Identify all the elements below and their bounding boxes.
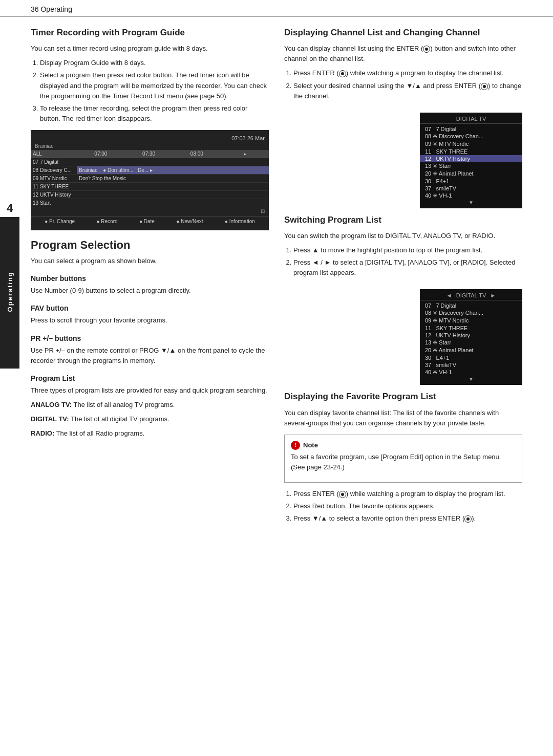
timer-recording-intro: You can set a timer record using program… bbox=[31, 44, 269, 54]
channel-list-title: Displaying Channel List and Changing Cha… bbox=[284, 27, 522, 38]
timer-recording-section: Timer Recording with Program Guide You c… bbox=[31, 27, 269, 124]
chan-row: 11 SKY THREE bbox=[420, 325, 522, 332]
list-item: Press ENTER () while watching a program … bbox=[293, 489, 522, 499]
switching-intro: You can switch the program list to DIGIT… bbox=[284, 231, 522, 241]
pg-row-highlight: 08 Discovery C... Brainiac ● Don ultim..… bbox=[31, 166, 269, 175]
list-item: To release the timer recording, select t… bbox=[40, 103, 269, 124]
list-item: Select a program then press red color bu… bbox=[40, 70, 269, 101]
digital-tv-item: DIGITAL TV: The list of all digital TV p… bbox=[31, 414, 269, 424]
pg-time-4: ▸ bbox=[221, 150, 269, 158]
chan-row: 40 ※ VH-1 bbox=[420, 369, 522, 376]
channel-mockup-2-wrap: ◄ DIGITAL TV ► 07 7 Digital 08 ※ Discove… bbox=[284, 283, 522, 391]
note-box: ! Note To set a favorite program, use [P… bbox=[284, 435, 522, 483]
chan-row: 11 SKY THREE bbox=[420, 148, 522, 155]
right-column: Displaying Channel List and Changing Cha… bbox=[284, 27, 522, 529]
main-content: Timer Recording with Program Guide You c… bbox=[0, 17, 553, 539]
pr-buttons-title: PR +/– buttons bbox=[31, 334, 269, 342]
chan-row: 40 ※ VH-1 bbox=[420, 192, 522, 200]
fav-button-text: Press to scroll through your favorite pr… bbox=[31, 315, 269, 326]
pg-row: 11 SKY THREE bbox=[31, 183, 269, 191]
channel-list-mockup-1: DIGITAL TV 07 7 Digital 08 ※ Discovery C… bbox=[420, 113, 522, 208]
pg-date: 07:03 26 Mar bbox=[31, 134, 269, 142]
chan-row: 20 ※ Animal Planet bbox=[420, 347, 522, 354]
chan-row: 12 UKTV History bbox=[420, 332, 522, 339]
chan-row: 07 7 Digital bbox=[420, 125, 522, 133]
timer-recording-steps: Display Program Guide with 8 days. Selec… bbox=[40, 58, 269, 124]
favorite-section: Displaying the Favorite Program List You… bbox=[284, 391, 522, 524]
radio-item: RADIO: The list of all Radio programs. bbox=[31, 428, 269, 439]
pg-row: 12 UKTV History bbox=[31, 191, 269, 199]
pg-time-3: 08:00 bbox=[173, 150, 221, 158]
chan-row: 09 ※ MTV Nordic bbox=[420, 317, 522, 325]
analog-tv-item: ANALOG TV: The list of all analog TV pro… bbox=[31, 400, 269, 410]
note-icon: ! bbox=[291, 441, 300, 450]
program-selection-title: Program Selection bbox=[31, 239, 269, 252]
chan-arrow-down: ▼ bbox=[420, 200, 522, 205]
top-bar: 36 Operating bbox=[0, 0, 553, 17]
chan-row: 37 smileTV bbox=[420, 361, 522, 369]
switching-title: Switching Program List bbox=[284, 214, 522, 226]
favorite-intro: You can display favorite channel list: T… bbox=[284, 408, 522, 428]
program-selection-section: Program Selection You can select a progr… bbox=[31, 239, 269, 439]
side-tab-number: 4 bbox=[0, 200, 19, 217]
channel-list-header-1: DIGITAL TV bbox=[420, 116, 522, 124]
chan-row: 13 ※ Starr bbox=[420, 339, 522, 347]
list-item: Display Program Guide with 8 days. bbox=[40, 58, 269, 68]
list-item: Press ▲ to move the highlight position t… bbox=[293, 245, 522, 255]
chan-row: 07 7 Digital bbox=[420, 302, 522, 309]
list-item: Press ENTER () while watching a program … bbox=[293, 68, 522, 78]
page-container: Operating 4 36 Operating Timer Recording… bbox=[0, 0, 553, 756]
pg-time-1: 07:00 bbox=[77, 150, 125, 158]
chan-row: 08 ※ Discovery Chan... bbox=[420, 309, 522, 317]
note-text: To set a favorite program, use [Program … bbox=[291, 452, 516, 472]
chan-row: 30 E4+1 bbox=[420, 354, 522, 361]
left-column: Timer Recording with Program Guide You c… bbox=[31, 27, 269, 529]
timer-recording-title: Timer Recording with Program Guide bbox=[31, 27, 269, 38]
list-item: Press Red button. The favorite options a… bbox=[293, 501, 522, 511]
top-bar-left: 36 Operating bbox=[31, 5, 72, 13]
program-list-title: Program List bbox=[31, 374, 269, 382]
fav-button-title: FAV button bbox=[31, 304, 269, 312]
channel-list-mockup-2: ◄ DIGITAL TV ► 07 7 Digital 08 ※ Discove… bbox=[420, 289, 522, 385]
chan-row: 13 ※ Starr bbox=[420, 162, 522, 170]
channel-list-intro: You can display channel list using the E… bbox=[284, 44, 522, 64]
program-list-text: Three types of program lists are provide… bbox=[31, 385, 269, 396]
pg-row: 07 7 Digital bbox=[31, 158, 269, 166]
pg-time-2: 07:30 bbox=[125, 150, 173, 158]
chan-arrow-down-2: ▼ bbox=[420, 376, 522, 382]
pg-row: 09 MTV Nordic Don't Stop the Mosic bbox=[31, 175, 269, 183]
chan-row: 37 smileTV bbox=[420, 185, 522, 192]
pg-source: Brainiac bbox=[31, 142, 269, 150]
switching-section: Switching Program List You can switch th… bbox=[284, 214, 522, 392]
favorite-steps: Press ENTER () while watching a program … bbox=[293, 489, 522, 524]
program-guide-mockup: 07:03 26 Mar Brainiac ALL 07:00 07:30 08… bbox=[31, 130, 269, 230]
chan-row-selected: 12 UKTV History bbox=[420, 155, 522, 162]
number-buttons-text: Use Number (0-9) buttons to select a pro… bbox=[31, 286, 269, 296]
chan-row: 30 E4+1 bbox=[420, 178, 522, 185]
pg-time-row: ALL 07:00 07:30 08:00 ▸ bbox=[31, 150, 269, 158]
switching-steps: Press ▲ to move the highlight position t… bbox=[293, 245, 522, 278]
channel-mockup-1-wrap: DIGITAL TV 07 7 Digital 08 ※ Discovery C… bbox=[284, 106, 522, 214]
chan-row: 08 ※ Discovery Chan... bbox=[420, 133, 522, 140]
list-item: Press ◄ / ► to select a [DIGITAL TV], [A… bbox=[293, 257, 522, 278]
list-item: Select your desired channel using the ▼/… bbox=[293, 81, 522, 101]
channel-list-header-2: ◄ DIGITAL TV ► bbox=[420, 292, 522, 300]
note-box-title: ! Note bbox=[291, 440, 516, 450]
program-selection-intro: You can select a program as shown below. bbox=[31, 256, 269, 266]
channel-list-steps: Press ENTER () while watching a program … bbox=[293, 68, 522, 101]
number-buttons-title: Number buttons bbox=[31, 274, 269, 283]
pg-time-all: ALL bbox=[31, 150, 77, 158]
chan-row: 20 ※ Animal Planet bbox=[420, 170, 522, 178]
note-label: Note bbox=[303, 440, 318, 450]
favorite-title: Displaying the Favorite Program List bbox=[284, 391, 522, 402]
side-tab: Operating bbox=[0, 215, 19, 369]
pg-footer: ● Pr. Change ● Record ● Date ● New/Next … bbox=[31, 216, 269, 226]
pr-buttons-text: Use PR +/– on the remote control or PROG… bbox=[31, 345, 269, 366]
channel-list-section: Displaying Channel List and Changing Cha… bbox=[284, 27, 522, 214]
list-item: Press ▼/▲ to select a favorite option th… bbox=[293, 513, 522, 524]
pg-row: 13 Start bbox=[31, 199, 269, 207]
chan-row: 09 ※ MTV Nordic bbox=[420, 140, 522, 148]
side-tab-label: Operating bbox=[6, 271, 14, 312]
pg-scroll: ⊡ bbox=[31, 207, 269, 215]
